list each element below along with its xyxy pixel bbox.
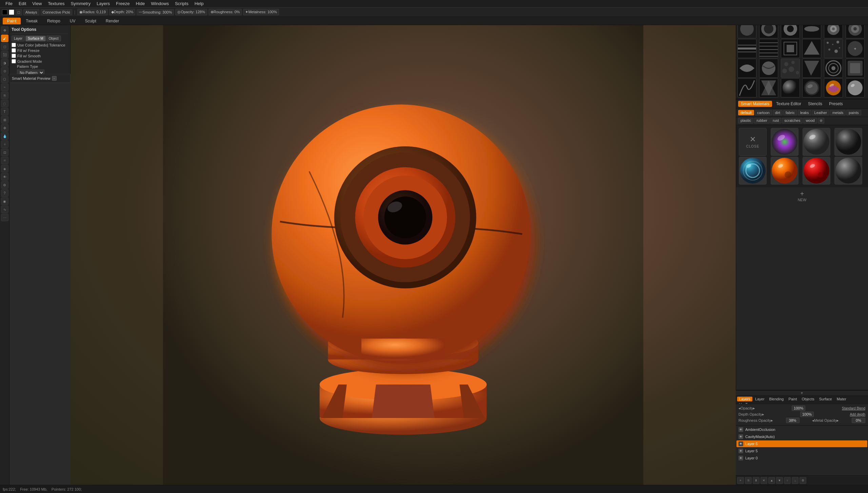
tool-pick[interactable]: ✜ <box>1 124 8 132</box>
sm-tab-texture-editor[interactable]: Texture Editor <box>773 101 804 107</box>
smp-toggle-btn[interactable]: - <box>52 76 57 81</box>
alpha-cell-17[interactable] <box>846 59 865 78</box>
lb-merge-btn[interactable]: ⬇ <box>753 477 760 484</box>
alpha-cell-8[interactable] <box>781 39 800 58</box>
layer-ambient-occlusion[interactable]: 👁 AmbientOcclusion <box>736 426 867 433</box>
layer-eye-cavity[interactable]: 👁 <box>738 434 743 439</box>
checkbox-use-color[interactable] <box>12 43 16 47</box>
layers-tab-surface[interactable]: Surface <box>817 397 834 401</box>
tab-tweak[interactable]: Tweak <box>21 18 42 24</box>
alpha-cell-10[interactable] <box>824 39 843 58</box>
sm-material-3[interactable] <box>834 128 862 156</box>
layer-6[interactable]: 👁 Layer 6 <box>736 440 867 447</box>
menu-freeze[interactable]: Freeze <box>113 0 132 7</box>
tool-fill[interactable]: ⬛ <box>1 51 8 58</box>
alpha-cell-6[interactable] <box>737 39 756 58</box>
layer-eye-0[interactable]: 👁 <box>738 456 743 460</box>
layers-tab-layers[interactable]: Layers <box>737 397 752 401</box>
tool-settings[interactable]: ⚙ <box>1 181 8 189</box>
alpha-cell-21[interactable] <box>802 78 821 97</box>
tool-polygon[interactable]: ⬡ <box>1 75 8 83</box>
smf-wood[interactable]: wood <box>803 118 817 124</box>
tool-move[interactable]: ✥ <box>1 26 8 34</box>
smf-leaks[interactable]: leaks <box>798 110 811 115</box>
metalness-control[interactable]: ✦Metalness: 100% <box>243 9 279 15</box>
menu-scripts[interactable]: Scripts <box>172 0 191 7</box>
lb-new-layer-btn[interactable]: + <box>737 477 744 484</box>
tool-stencil[interactable]: ⌗ <box>1 157 8 164</box>
menu-file[interactable]: File <box>3 0 15 7</box>
smf-dirt[interactable]: dirt <box>773 110 783 115</box>
menu-windows[interactable]: Windows <box>148 0 172 7</box>
menu-view[interactable]: View <box>29 0 44 7</box>
layer-0[interactable]: 👁 Layer 0 <box>736 455 867 461</box>
checkbox-fill-smooth[interactable] <box>12 54 16 58</box>
menu-hide[interactable]: Hide <box>133 0 147 7</box>
layers-tab-blending[interactable]: Blending <box>767 397 786 401</box>
alpha-cell-13[interactable] <box>759 59 778 78</box>
sm-material-4[interactable] <box>739 157 767 185</box>
alpha-cell-19[interactable] <box>759 78 778 97</box>
smf-fabric[interactable]: fabric <box>783 110 797 115</box>
smf-plastic[interactable]: plastic <box>738 118 753 124</box>
lb-move-down-btn[interactable]: ▼ <box>776 477 783 484</box>
layers-tab-objects[interactable]: Objects <box>800 397 816 401</box>
connective-pick[interactable]: Connective Picki <box>41 9 72 15</box>
option-fill-smooth[interactable]: Fill w/ Smooth <box>12 54 68 58</box>
tool-question[interactable]: ? <box>1 189 8 197</box>
alpha-cell-9[interactable] <box>802 39 821 58</box>
layer-cavity-mask[interactable]: 👁 CavityMask(Auto) <box>736 433 867 440</box>
sm-close-btn[interactable]: ✕ CLOSE <box>739 128 767 156</box>
menu-symmetry[interactable]: Symmetry <box>68 0 93 7</box>
alpha-cell-16[interactable] <box>824 59 843 78</box>
smf-scratches[interactable]: scratches <box>782 118 803 124</box>
sm-material-6[interactable] <box>803 157 830 185</box>
depth-opacity-value[interactable]: 100% <box>800 412 814 417</box>
alpha-cell-23[interactable] <box>846 78 865 97</box>
lb-move-up-btn[interactable]: ▲ <box>768 477 775 484</box>
opacity-value[interactable]: 100% <box>792 405 805 411</box>
tool-clone[interactable]: ⎘ <box>1 92 8 99</box>
smf-metals[interactable]: metals <box>830 110 846 115</box>
tool-blur[interactable]: ◌ <box>1 100 8 107</box>
tab-retopo[interactable]: Retopo <box>43 18 65 24</box>
add-depth-link[interactable]: Add depth <box>850 413 865 416</box>
tool-text[interactable]: T <box>1 108 8 115</box>
tool-brush[interactable]: ∿ <box>1 206 8 213</box>
metal-opacity-value[interactable]: 0% <box>852 418 865 423</box>
alpha-cell-12[interactable] <box>737 59 756 78</box>
alpha-cell-18[interactable] <box>737 78 756 97</box>
menu-textures[interactable]: Textures <box>45 0 67 7</box>
tab-render[interactable]: Render <box>101 18 123 24</box>
sm-material-1[interactable] <box>771 128 798 156</box>
alpha-cell-22[interactable] <box>824 78 843 97</box>
smoothing-control[interactable]: 〰Smoothing: 300% <box>137 9 174 15</box>
tool-misc[interactable]: ⋯ <box>1 214 8 221</box>
tool-tab-object[interactable]: Object <box>46 36 61 41</box>
layers-scroll-indicator[interactable]: ▼ <box>736 391 868 396</box>
tool-preview[interactable]: 👁 <box>1 173 8 181</box>
layers-tab-mater[interactable]: Mater <box>835 397 848 401</box>
roughness-opacity-value[interactable]: 38% <box>786 418 800 423</box>
smf-default[interactable]: default <box>738 110 754 115</box>
lb-delete-btn[interactable]: ✕ <box>761 477 767 484</box>
layers-tab-layer[interactable]: Layer <box>753 397 767 401</box>
option-use-color[interactable]: Use Color [albedo] Tolerance <box>12 43 68 47</box>
layer-eye-6[interactable]: 👁 <box>738 441 743 446</box>
alpha-cell-14[interactable] <box>781 59 800 78</box>
sm-material-7[interactable] <box>834 157 862 185</box>
option-fill-freeze[interactable]: Fill w/ Freeze <box>12 48 68 53</box>
layer-eye-5[interactable]: 👁 <box>738 449 743 453</box>
tool-paint[interactable]: 🖌 <box>1 35 8 42</box>
tool-smudge[interactable]: ~ <box>1 83 8 91</box>
blend-mode-link[interactable]: Standard Blend <box>842 406 865 410</box>
radius-control[interactable]: ◉Radius: 0,119 <box>77 9 108 15</box>
smf-rubber[interactable]: rubber <box>754 118 770 124</box>
checkbox-fill-freeze[interactable] <box>12 48 16 53</box>
tool-material2[interactable]: ◉ <box>1 197 8 205</box>
smf-paints[interactable]: paints <box>846 110 861 115</box>
right-panel-scroll[interactable]: Alphas Brush Options Strips Color Palett… <box>736 0 868 398</box>
lb-export-btn[interactable]: ↓ <box>792 477 798 484</box>
layer-5[interactable]: 👁 Layer 5 <box>736 448 867 454</box>
tool-eyedropper[interactable]: 💧 <box>1 132 8 140</box>
